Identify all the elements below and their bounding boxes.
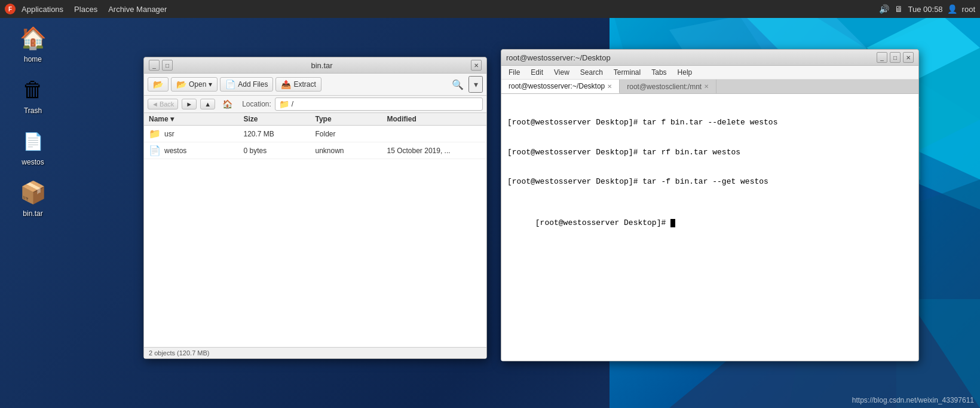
archive-status-text: 2 objects (120.7 MB) [149, 349, 210, 357]
terminal-menu-file[interactable]: File [504, 67, 525, 78]
open-arrow-icon: ▾ [209, 80, 212, 89]
file-name-cell-usr: 📁 usr [149, 128, 244, 139]
terminal-line-4: [root@westosserver Desktop]# [507, 206, 912, 241]
panel-menu-applications[interactable]: Applications [17, 4, 68, 15]
westos-file-icon: 📄 [19, 127, 47, 156]
up-button[interactable]: ▲ [200, 99, 215, 109]
file-row-westos[interactable]: 📄 westos 0 bytes unknown 15 October 2019… [144, 142, 486, 159]
file-row-usr[interactable]: 📁 usr 120.7 MB Folder [144, 126, 486, 142]
panel-clock: Tue 00:58 [908, 5, 943, 14]
file-icon-westos: 📄 [149, 145, 161, 156]
add-files-icon: 📄 [225, 80, 235, 89]
desktop-icon-bin-tar[interactable]: 📦 bin.tar [9, 178, 57, 218]
westos-label: westos [22, 158, 44, 166]
back-arrow-icon: ◄ [152, 101, 158, 108]
open-label: Open [189, 80, 206, 89]
file-type-usr: Folder [316, 130, 387, 138]
file-name-cell-westos: 📄 westos [149, 145, 244, 156]
window-controls-left: _ □ [149, 60, 173, 71]
home-nav-button[interactable]: 🏠 [219, 98, 236, 110]
new-folder-icon: 📂 [153, 80, 163, 89]
extract-label: Extract [293, 80, 316, 89]
desktop-icon-trash[interactable]: 🗑 Trash [9, 75, 57, 115]
archive-titlebar: _ □ bin.tar ✕ [144, 57, 486, 74]
desktop-icon-westos[interactable]: 📄 westos [9, 127, 57, 166]
back-button[interactable]: ◄ Back [148, 99, 178, 109]
terminal-cursor [670, 219, 675, 227]
terminal-maximize-btn[interactable]: □ [890, 52, 901, 63]
new-folder-button[interactable]: 📂 [148, 77, 169, 92]
header-modified[interactable]: Modified [387, 115, 482, 123]
add-files-label: Add Files [238, 80, 268, 89]
location-folder-icon: 📁 [279, 99, 289, 109]
extract-button[interactable]: 📤 Extract [275, 77, 321, 92]
watermark-text: https://blog.csdn.net/weixin_43397611 [852, 396, 974, 404]
archive-location-bar: ◄ Back ► ▲ 🏠 Location: 📁 / [144, 96, 486, 113]
terminal-tabs: root@westosserver:~/Desktop ✕ root@westo… [501, 80, 918, 94]
desktop-icon-home[interactable]: 🏠 home [9, 24, 57, 63]
panel-left: F Applications Places Archive Manager [5, 4, 877, 15]
terminal-window-title: root@westosserver:~/Desktop [506, 53, 611, 62]
filelist-header: Name ▾ Size Type Modified [144, 113, 486, 126]
terminal-tab-client-close[interactable]: ✕ [704, 83, 709, 90]
user-icon: 👤 [948, 4, 957, 14]
terminal-tab-client-label: root@westosclient:/mnt [627, 83, 702, 91]
terminal-menu-help[interactable]: Help [673, 67, 697, 78]
file-name-usr: usr [164, 130, 174, 138]
file-modified-westos: 15 October 2019, ... [387, 147, 482, 155]
panel-menu-archive-manager[interactable]: Archive Manager [103, 4, 172, 15]
up-arrow-icon: ▲ [204, 101, 211, 108]
open-button[interactable]: 📂 Open ▾ [171, 77, 218, 92]
watermark: https://blog.csdn.net/weixin_43397611 [852, 396, 974, 404]
terminal-close-btn[interactable]: ✕ [903, 52, 914, 63]
search-icon: 🔍 [452, 79, 464, 90]
location-path: / [292, 100, 293, 108]
archive-status-bar: 2 objects (120.7 MB) [144, 347, 486, 358]
volume-icon: 🔊 [880, 4, 889, 14]
terminal-tab-server[interactable]: root@westosserver:~/Desktop ✕ [501, 80, 620, 93]
panel-app-icon: F [5, 4, 16, 14]
header-type[interactable]: Type [316, 115, 387, 123]
location-path-bar[interactable]: 📁 / [275, 98, 483, 111]
terminal-menu-terminal[interactable]: Terminal [609, 67, 645, 78]
archive-window: _ □ bin.tar ✕ 📂 📂 Open ▾ 📄 Add Files 📤 E… [143, 57, 487, 359]
header-size[interactable]: Size [244, 115, 316, 123]
window-maximize-btn[interactable]: □ [162, 60, 173, 71]
terminal-menu-tabs[interactable]: Tabs [647, 67, 671, 78]
folder-icon-usr: 📁 [149, 128, 161, 139]
terminal-tab-server-label: root@westosserver:~/Desktop [509, 82, 605, 90]
header-name[interactable]: Name ▾ [149, 115, 244, 123]
file-size-usr: 120.7 MB [244, 130, 316, 138]
location-label: Location: [242, 100, 271, 108]
panel-menu-places[interactable]: Places [69, 4, 102, 15]
archive-file-list: Name ▾ Size Type Modified 📁 usr 120.7 MB… [144, 113, 486, 347]
forward-button[interactable]: ► [182, 99, 197, 109]
terminal-menu-edit[interactable]: Edit [526, 67, 548, 78]
terminal-menu-search[interactable]: Search [575, 67, 608, 78]
open-icon: 📂 [176, 80, 186, 89]
home-icon: 🏠 [19, 24, 47, 53]
desktop-icons: 🏠 home 🗑 Trash 📄 westos 📦 bin.tar [9, 24, 57, 218]
terminal-prompt: [root@westosserver Desktop]# [535, 218, 670, 227]
add-files-button[interactable]: 📄 Add Files [220, 77, 273, 92]
terminal-line-1: [root@westosserver Desktop]# tar f bin.t… [507, 117, 912, 129]
window-minimize-btn[interactable]: _ [149, 60, 160, 71]
home-nav-icon: 🏠 [222, 99, 232, 109]
display-icon: 🖥 [894, 4, 904, 14]
more-button[interactable]: ▾ [468, 76, 483, 93]
top-panel: F Applications Places Archive Manager 🔊 … [0, 0, 980, 18]
search-button[interactable]: 🔍 [449, 76, 466, 93]
sort-icon: ▾ [170, 115, 174, 123]
more-icon: ▾ [474, 80, 478, 89]
forward-arrow-icon: ► [186, 101, 192, 108]
terminal-tab-client[interactable]: root@westosclient:/mnt ✕ [620, 80, 716, 93]
window-close-btn[interactable]: ✕ [471, 60, 482, 71]
terminal-tab-server-close[interactable]: ✕ [607, 83, 612, 90]
home-label: home [24, 55, 42, 63]
terminal-content[interactable]: [root@westosserver Desktop]# tar f bin.t… [501, 94, 918, 361]
back-label: Back [160, 101, 174, 108]
extract-icon: 📤 [281, 80, 291, 89]
terminal-window-controls: _ □ ✕ [877, 52, 914, 63]
terminal-minimize-btn[interactable]: _ [877, 52, 887, 63]
terminal-menu-view[interactable]: View [549, 67, 574, 78]
